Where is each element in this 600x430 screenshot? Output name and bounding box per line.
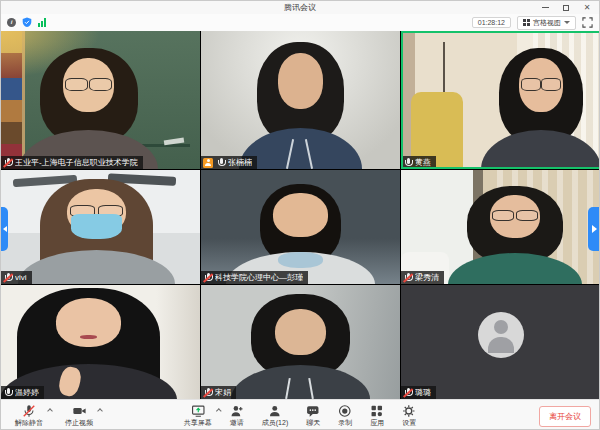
video-tile-songjuan[interactable]: 宋娟 [201, 285, 400, 399]
meeting-statusbar: i 01:28:12 宫格视图 [1, 14, 599, 31]
video-tile-wangyeping[interactable]: 王业平-上海电子信息职业技术学院 [1, 31, 200, 169]
video-feed [201, 31, 400, 169]
window-title: 腾讯会议 [284, 2, 316, 13]
person-figure [461, 186, 569, 284]
video-feed [201, 170, 400, 284]
invite-person-icon [230, 404, 244, 418]
members-label: 成员(12) [262, 419, 288, 427]
video-feed [401, 31, 600, 169]
person-figure [251, 42, 351, 169]
apps-grid-icon [370, 404, 384, 418]
close-icon: ✕ [584, 4, 591, 12]
minimize-icon [542, 7, 549, 8]
video-tile-lulu[interactable]: 璐璐 [401, 285, 600, 399]
face [56, 298, 122, 347]
security-shield-icon[interactable] [22, 17, 32, 28]
next-page-button[interactable] [588, 207, 600, 251]
share-screen-button[interactable]: 共享屏幕 [180, 404, 216, 427]
face-mask [71, 214, 122, 239]
torso [239, 128, 362, 169]
stop-video-button[interactable]: 停止视频 [61, 404, 97, 427]
participant-name: 璐璐 [415, 388, 431, 398]
face [275, 309, 326, 355]
video-feed [401, 285, 600, 399]
participant-name-tag: vivi [1, 271, 32, 284]
person-figure [17, 288, 160, 399]
participant-name-tag: 黄燕 [401, 156, 436, 169]
participant-name-tag: 张楠楠 [201, 156, 257, 169]
meeting-toolbar: 解除静音 停止视频 共享屏幕 [1, 399, 599, 430]
prev-page-button[interactable] [1, 207, 8, 251]
participant-name-tag: 梁秀清 [401, 271, 444, 284]
view-mode-label: 宫格视图 [533, 18, 561, 28]
share-screen-icon [190, 404, 205, 418]
person-figure [493, 48, 589, 169]
leave-meeting-button[interactable]: 离开会议 [539, 406, 591, 427]
video-tile-huangyan[interactable]: 黄燕 [401, 31, 600, 169]
maximize-icon [563, 5, 569, 11]
meeting-timer: 01:28:12 [472, 17, 511, 28]
camera-icon [72, 404, 87, 418]
participant-name-tag: 璐璐 [401, 386, 436, 399]
chat-button[interactable]: 聊天 [302, 404, 324, 427]
mic-status-icon [203, 272, 213, 283]
apps-button[interactable]: 应用 [366, 404, 388, 427]
chat-label: 聊天 [306, 419, 320, 427]
video-feed [1, 170, 200, 284]
glasses [65, 78, 112, 89]
apps-label: 应用 [370, 419, 384, 427]
video-options-chevron-icon[interactable] [97, 408, 103, 414]
torso [481, 130, 600, 169]
window-controls: ✕ [540, 1, 595, 14]
face [278, 53, 324, 109]
participant-name: 温婷婷 [15, 388, 39, 398]
network-signal-icon[interactable] [38, 18, 46, 27]
share-options-chevron-icon[interactable] [216, 408, 222, 414]
glasses [521, 78, 561, 89]
unmute-label: 解除静音 [15, 419, 43, 427]
video-tile-pengjin[interactable]: 科技学院心理中心—彭瑾 [201, 170, 400, 284]
mic-options-chevron-icon[interactable] [47, 408, 53, 414]
mic-status-icon [3, 387, 13, 398]
video-tile-zhangnannan[interactable]: 张楠楠 [201, 31, 400, 169]
video-tile-wentingting[interactable]: 温婷婷 [1, 285, 200, 399]
mic-status-icon [216, 157, 226, 168]
mic-status-icon [403, 272, 413, 283]
minimize-button[interactable] [540, 3, 550, 13]
torso [448, 253, 582, 284]
host-badge-icon [203, 158, 213, 168]
participant-name: 宋娟 [215, 388, 231, 398]
fullscreen-icon[interactable] [582, 17, 593, 28]
grid-view-icon [523, 19, 530, 26]
participant-name: 黄燕 [415, 158, 431, 168]
participant-name-tag: 王业平-上海电子信息职业技术学院 [1, 156, 143, 169]
participant-name-tag: 宋娟 [201, 386, 236, 399]
video-tile-liangxiuqing[interactable]: 梁秀清 [401, 170, 600, 284]
close-button[interactable]: ✕ [582, 3, 592, 13]
mic-status-icon [203, 387, 213, 398]
invite-button[interactable]: 邀请 [226, 404, 248, 427]
meeting-info-icon[interactable]: i [7, 18, 16, 27]
meeting-window: 腾讯会议 ✕ i 01:28:12 宫格视图 [0, 0, 600, 430]
participant-name: 科技学院心理中心—彭瑾 [215, 273, 303, 283]
unmute-button[interactable]: 解除静音 [11, 404, 47, 427]
chevron-left-icon [3, 226, 7, 232]
maximize-button[interactable] [561, 3, 571, 13]
video-tile-vivi[interactable]: vivi [1, 170, 200, 284]
titlebar: 腾讯会议 ✕ [1, 1, 599, 14]
view-mode-selector[interactable]: 宫格视图 [517, 16, 576, 30]
participant-name-tag: 科技学院心理中心—彭瑾 [201, 271, 308, 284]
record-icon [338, 404, 352, 418]
mic-status-icon [403, 157, 413, 168]
members-icon [268, 404, 282, 418]
participant-name: vivi [15, 273, 27, 283]
record-button[interactable]: 录制 [334, 404, 356, 427]
members-button[interactable]: 成员(12) [258, 404, 292, 427]
person-figure [241, 184, 360, 284]
settings-button[interactable]: 设置 [398, 404, 420, 427]
settings-label: 设置 [402, 419, 416, 427]
video-feed [201, 285, 400, 399]
mic-status-icon [3, 272, 13, 283]
participant-name: 梁秀清 [415, 273, 439, 283]
chevron-right-icon [592, 225, 597, 233]
